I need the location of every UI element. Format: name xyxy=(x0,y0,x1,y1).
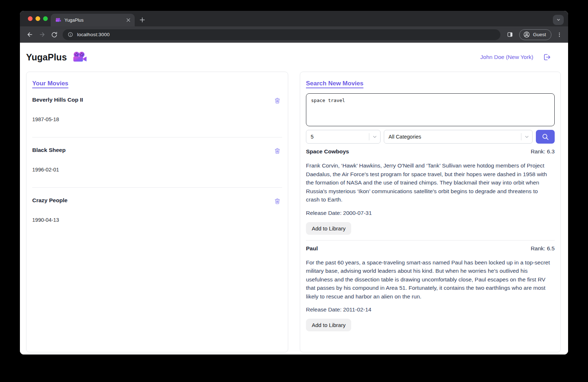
results-limit-value: 5 xyxy=(311,134,369,140)
delete-movie-trash-icon[interactable] xyxy=(273,147,281,155)
category-select[interactable]: All Categories xyxy=(384,130,533,144)
site-info-icon[interactable] xyxy=(68,32,73,37)
header-user-area: John Doe (New York) xyxy=(480,52,551,62)
library-movie-row: Crazy People 1990-04-13 xyxy=(32,188,282,238)
library-movie-row: Black Sheep 1996-02-01 xyxy=(32,137,282,188)
movie-title: Crazy People xyxy=(32,197,67,204)
library-movie-row: Beverly Hills Cop II 1987-05-18 xyxy=(32,87,282,137)
delete-movie-trash-icon[interactable] xyxy=(273,197,281,205)
tab-title: YugaPlus xyxy=(64,18,121,23)
address-bar[interactable]: localhost:3000 xyxy=(63,29,500,40)
delete-movie-trash-icon[interactable] xyxy=(273,97,281,105)
close-window-button[interactable] xyxy=(28,16,33,21)
search-controls: 5 All Categories xyxy=(306,130,555,144)
result-title: Space Cowboys xyxy=(306,148,349,155)
search-button[interactable] xyxy=(536,130,555,144)
search-new-movies-panel: Search New Movies space travel 5 All Cat… xyxy=(300,72,561,352)
your-movies-heading: Your Movies xyxy=(32,80,68,87)
results-limit-select[interactable]: 5 xyxy=(306,130,381,144)
result-rank: Rank: 6.5 xyxy=(531,245,555,252)
browser-profile-button[interactable]: Guest xyxy=(519,29,551,40)
zoom-window-button[interactable] xyxy=(43,16,48,21)
chevron-down-icon xyxy=(371,133,378,140)
new-tab-icon[interactable] xyxy=(137,14,148,25)
tab-favicon-movie-camera-icon xyxy=(55,18,61,22)
movie-release-date: 1990-04-13 xyxy=(32,217,282,223)
url-text[interactable]: localhost:3000 xyxy=(77,32,110,37)
browser-tab-yugaplus[interactable]: YugaPlus xyxy=(51,14,135,26)
chevron-down-icon xyxy=(524,133,530,140)
tab-search-chevron-down-icon[interactable] xyxy=(553,15,564,25)
movie-camera-icon xyxy=(72,51,87,63)
select-divider xyxy=(521,133,521,140)
traffic-lights xyxy=(28,11,48,26)
guest-label: Guest xyxy=(533,32,546,37)
reload-icon[interactable] xyxy=(48,29,60,41)
movie-title: Beverly Hills Cop II xyxy=(32,97,83,103)
movie-release-date: 1987-05-18 xyxy=(32,116,282,122)
main-content: Your Movies Beverly Hills Cop II 1987-05… xyxy=(20,72,568,355)
your-movies-panel: Your Movies Beverly Hills Cop II 1987-05… xyxy=(26,72,288,352)
add-to-library-button[interactable]: Add to Library xyxy=(306,222,351,235)
back-icon[interactable] xyxy=(24,29,36,41)
guest-avatar-icon xyxy=(523,31,530,38)
search-query-input[interactable]: space travel xyxy=(306,93,555,126)
search-result: Paul Rank: 6.5 For the past 60 years, a … xyxy=(306,241,555,337)
browser-menu-dots-icon[interactable] xyxy=(554,29,564,41)
category-value: All Categories xyxy=(388,134,521,140)
add-to-library-button[interactable]: Add to Library xyxy=(306,319,351,331)
browser-window: YugaPlus xyxy=(20,11,568,355)
yugaplus-page: YugaPlus John Doe (New York) xyxy=(20,43,568,355)
browser-tab-strip: YugaPlus xyxy=(20,11,568,26)
search-result: Space Cowboys Rank: 6.3 Frank Corvin, ‘H… xyxy=(306,144,555,241)
browser-toolbar: localhost:3000 Guest xyxy=(20,26,568,43)
result-description: Frank Corvin, ‘Hawk’ Hawkins, Jerry O'Ne… xyxy=(306,161,550,204)
result-release-date: Release Date: 2011-02-14 xyxy=(306,306,555,313)
search-heading: Search New Movies xyxy=(306,80,364,87)
user-profile-link[interactable]: John Doe (New York) xyxy=(480,54,533,60)
search-icon xyxy=(541,133,549,141)
result-description: For the past 60 years, a space-traveling… xyxy=(306,258,550,301)
logout-icon[interactable] xyxy=(542,52,551,62)
brand: YugaPlus xyxy=(26,51,87,63)
tab-close-icon[interactable] xyxy=(125,17,132,24)
side-panel-icon[interactable] xyxy=(504,29,516,41)
movie-title: Black Sheep xyxy=(32,147,66,153)
forward-icon[interactable] xyxy=(36,29,48,41)
select-divider xyxy=(369,133,369,140)
minimize-window-button[interactable] xyxy=(35,16,40,21)
page-title: YugaPlus xyxy=(26,52,67,63)
screenshot-stage: YugaPlus xyxy=(0,0,588,382)
result-rank: Rank: 6.3 xyxy=(531,148,555,155)
result-release-date: Release Date: 2000-07-31 xyxy=(306,210,555,216)
movie-release-date: 1996-02-01 xyxy=(32,167,282,173)
app-header: YugaPlus John Doe (New York) xyxy=(20,43,568,72)
result-title: Paul xyxy=(306,245,318,252)
